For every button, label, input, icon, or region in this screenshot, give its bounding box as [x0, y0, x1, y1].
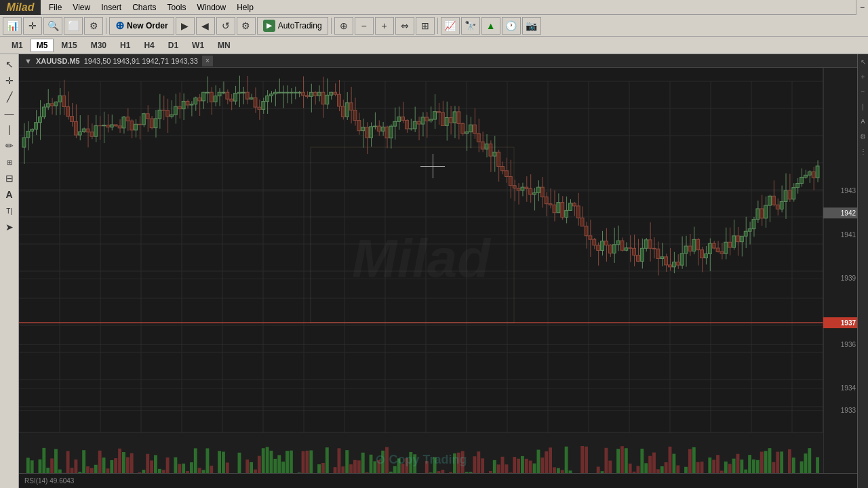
- fib-tool[interactable]: ⊞: [2, 155, 17, 169]
- rsi-label: RSI(14) 49.6043: [24, 477, 74, 485]
- tf-h4[interactable]: H4: [138, 39, 160, 52]
- sidebar-plus-icon[interactable]: +: [859, 72, 868, 81]
- tf-m1[interactable]: M1: [5, 39, 29, 52]
- chart-symbol: XAUUSD.M5: [36, 57, 80, 65]
- toolbar: 📊 ✛ 🔍 ⬜ ⚙ ⊕ New Order ▶ ◀ ↺ ⚙ ▶ AutoTrad…: [0, 15, 868, 37]
- tf-d1[interactable]: D1: [162, 39, 184, 52]
- zoom-in-chart-btn[interactable]: +: [375, 17, 394, 35]
- sell-btn[interactable]: ◀: [196, 17, 215, 35]
- new-order-label: New Order: [127, 21, 168, 30]
- main-content: ↖ ✛ ╱ — | ✏ ⊞ ⊟ A T| ➤ ▼ XAUUSD.M5 1943,…: [0, 54, 868, 488]
- vline-tool[interactable]: |: [2, 122, 17, 137]
- screenshot-btn[interactable]: 📷: [522, 17, 541, 35]
- chart-container[interactable]: ▼ XAUUSD.M5 1943,50 1943,91 1942,71 1943…: [19, 54, 857, 488]
- separator-3: [437, 18, 438, 34]
- menu-help[interactable]: Help: [231, 1, 259, 14]
- select-btn[interactable]: ⬜: [64, 17, 83, 35]
- menu-charts[interactable]: Charts: [127, 1, 161, 14]
- auto-scroll-btn[interactable]: ⇔: [395, 17, 414, 35]
- sidebar-text-icon[interactable]: A: [859, 117, 868, 126]
- expand-tool[interactable]: ⊟: [2, 171, 17, 186]
- sidebar-settings-icon[interactable]: ⚙: [859, 131, 868, 141]
- new-order-button[interactable]: ⊕ New Order: [109, 17, 174, 35]
- arrow-tool[interactable]: ➤: [2, 220, 17, 235]
- buy-btn[interactable]: ▶: [176, 17, 195, 35]
- left-toolbar: ↖ ✛ ╱ — | ✏ ⊞ ⊟ A T| ➤: [0, 54, 19, 488]
- crosshair-tool[interactable]: ✛: [2, 73, 17, 88]
- hline-tool[interactable]: —: [2, 106, 17, 121]
- menu-items: File View Insert Charts Tools Window Hel…: [41, 1, 262, 14]
- text-tool[interactable]: A: [2, 187, 17, 202]
- chart-canvas[interactable]: [19, 68, 857, 487]
- timeframe-bar: M1 M5 M15 M30 H1 H4 D1 W1 MN: [0, 37, 868, 54]
- zoom-in-btn[interactable]: 🔍: [43, 17, 62, 35]
- clock-btn[interactable]: 🕐: [502, 17, 521, 35]
- cursor-tool[interactable]: ↖: [2, 57, 17, 72]
- tf-m15[interactable]: M15: [55, 39, 83, 52]
- tf-h1[interactable]: H1: [114, 39, 136, 52]
- chart-header: ▼ XAUUSD.M5 1943,50 1943,91 1942,71 1943…: [19, 54, 857, 68]
- new-chart-btn[interactable]: 📊: [3, 17, 22, 35]
- menu-bar: Milad File View Insert Charts Tools Wind…: [0, 0, 868, 15]
- line-tool[interactable]: ╱: [2, 89, 17, 104]
- sidebar-minus-icon[interactable]: −: [859, 87, 868, 96]
- indicator-btn[interactable]: 📈: [441, 17, 460, 35]
- chart-ohlc: 1943,50 1943,91 1942,71 1943,33: [84, 57, 198, 65]
- cursor-btn[interactable]: ✛: [23, 17, 42, 35]
- autotrading-icon: ▶: [263, 20, 275, 32]
- right-sidebar: ↖ + − | A ⚙ ⋮: [857, 54, 868, 488]
- tf-mn[interactable]: MN: [212, 39, 237, 52]
- tf-m5[interactable]: M5: [31, 39, 54, 52]
- zoom-reset-btn[interactable]: ⊞: [416, 17, 435, 35]
- sidebar-dots-icon[interactable]: ⋮: [859, 146, 868, 156]
- history-btn[interactable]: ↺: [216, 17, 235, 35]
- chart-close-btn[interactable]: ×: [202, 56, 213, 66]
- separator-2: [331, 18, 332, 34]
- pen-tool[interactable]: ✏: [2, 138, 17, 153]
- properties-btn[interactable]: ⚙: [84, 17, 103, 35]
- rsi-area: RSI(14) 49.6043: [19, 473, 857, 488]
- menu-window[interactable]: Window: [192, 1, 232, 14]
- sidebar-cursor-icon[interactable]: ↖: [859, 57, 868, 66]
- autotrading-button[interactable]: ▶ AutoTrading: [257, 17, 328, 35]
- menu-tools[interactable]: Tools: [162, 1, 192, 14]
- minimize-icon[interactable]: −: [856, 0, 868, 15]
- zoom-out-chart-btn[interactable]: −: [355, 17, 374, 35]
- new-order-icon: ⊕: [115, 19, 124, 32]
- expert-btn[interactable]: ⚙: [237, 17, 256, 35]
- menu-insert[interactable]: Insert: [96, 1, 127, 14]
- menu-file[interactable]: File: [43, 1, 67, 14]
- crosshair-btn[interactable]: ⊕: [334, 17, 353, 35]
- color-btn[interactable]: ▲: [481, 17, 500, 35]
- tf-w1[interactable]: W1: [186, 39, 210, 52]
- navigator-btn[interactable]: 🔭: [461, 17, 480, 35]
- sidebar-line-icon[interactable]: |: [859, 102, 868, 111]
- app-logo: Milad: [0, 0, 41, 15]
- autotrading-label: AutoTrading: [278, 21, 322, 30]
- separator-1: [106, 18, 106, 34]
- menu-view[interactable]: View: [67, 1, 96, 14]
- tf-m30[interactable]: M30: [85, 39, 113, 52]
- label-tool[interactable]: T|: [2, 203, 17, 218]
